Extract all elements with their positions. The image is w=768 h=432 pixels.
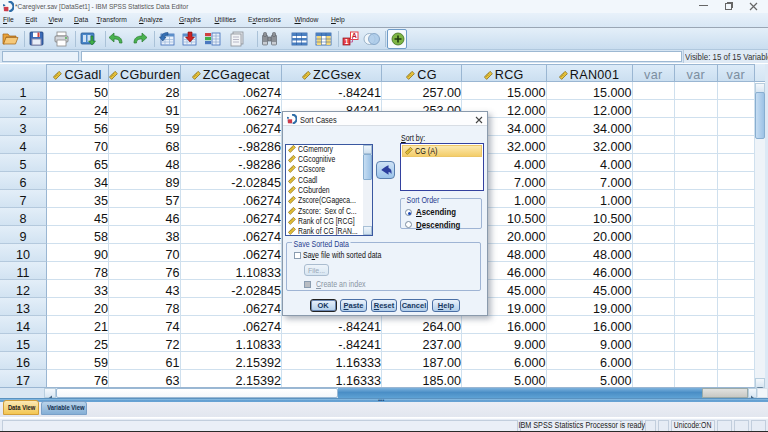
svg-text:1: 1	[345, 38, 349, 45]
